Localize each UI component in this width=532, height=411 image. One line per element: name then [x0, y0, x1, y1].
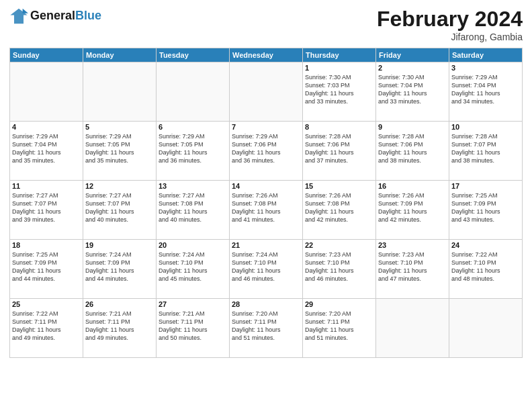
calendar-cell: 27Sunrise: 7:21 AM Sunset: 7:11 PM Dayli… [157, 299, 230, 358]
calendar-cell: 17Sunrise: 7:25 AM Sunset: 7:09 PM Dayli… [449, 181, 523, 240]
calendar-cell: 15Sunrise: 7:26 AM Sunset: 7:08 PM Dayli… [303, 181, 376, 240]
calendar-cell: 2Sunrise: 7:30 AM Sunset: 7:04 PM Daylig… [376, 62, 449, 122]
calendar-cell [230, 62, 303, 122]
calendar-cell: 24Sunrise: 7:22 AM Sunset: 7:10 PM Dayli… [449, 240, 523, 299]
day-number: 10 [451, 123, 520, 131]
calendar-header-row: SundayMondayTuesdayWednesdayThursdayFrid… [10, 48, 523, 62]
day-info: Sunrise: 7:29 AM Sunset: 7:04 PM Dayligh… [451, 73, 520, 106]
day-info: Sunrise: 7:24 AM Sunset: 7:10 PM Dayligh… [159, 250, 227, 283]
day-info: Sunrise: 7:21 AM Sunset: 7:11 PM Dayligh… [85, 310, 154, 342]
day-number: 1 [305, 64, 373, 72]
day-info: Sunrise: 7:21 AM Sunset: 7:11 PM Dayligh… [159, 310, 227, 342]
calendar-cell: 13Sunrise: 7:27 AM Sunset: 7:08 PM Dayli… [157, 181, 230, 240]
calendar-cell: 23Sunrise: 7:23 AM Sunset: 7:10 PM Dayli… [376, 240, 449, 299]
calendar-cell: 16Sunrise: 7:26 AM Sunset: 7:09 PM Dayli… [376, 181, 449, 240]
calendar-cell: 7Sunrise: 7:29 AM Sunset: 7:06 PM Daylig… [230, 122, 303, 181]
calendar-week-row: 11Sunrise: 7:27 AM Sunset: 7:07 PM Dayli… [10, 181, 523, 240]
calendar-week-row: 25Sunrise: 7:22 AM Sunset: 7:11 PM Dayli… [10, 299, 523, 358]
calendar-cell: 12Sunrise: 7:27 AM Sunset: 7:07 PM Dayli… [83, 181, 157, 240]
calendar-cell: 14Sunrise: 7:26 AM Sunset: 7:08 PM Dayli… [230, 181, 303, 240]
day-info: Sunrise: 7:29 AM Sunset: 7:04 PM Dayligh… [12, 132, 81, 165]
day-number: 27 [159, 300, 227, 308]
day-info: Sunrise: 7:30 AM Sunset: 7:03 PM Dayligh… [305, 73, 373, 106]
day-info: Sunrise: 7:30 AM Sunset: 7:04 PM Dayligh… [378, 73, 447, 106]
day-info: Sunrise: 7:29 AM Sunset: 7:05 PM Dayligh… [85, 132, 154, 165]
title-block: February 2024 Jifarong, Gambia [377, 7, 523, 42]
day-info: Sunrise: 7:28 AM Sunset: 7:06 PM Dayligh… [305, 132, 373, 165]
col-header-tuesday: Tuesday [157, 48, 230, 62]
calendar-cell: 19Sunrise: 7:24 AM Sunset: 7:09 PM Dayli… [83, 240, 157, 299]
day-number: 18 [12, 241, 81, 249]
col-header-monday: Monday [83, 48, 157, 62]
calendar-cell: 21Sunrise: 7:24 AM Sunset: 7:10 PM Dayli… [230, 240, 303, 299]
day-number: 22 [305, 241, 373, 249]
col-header-wednesday: Wednesday [230, 48, 303, 62]
calendar-cell: 28Sunrise: 7:20 AM Sunset: 7:11 PM Dayli… [230, 299, 303, 358]
day-info: Sunrise: 7:22 AM Sunset: 7:10 PM Dayligh… [451, 250, 520, 283]
calendar-cell: 22Sunrise: 7:23 AM Sunset: 7:10 PM Dayli… [303, 240, 376, 299]
col-header-friday: Friday [376, 48, 449, 62]
calendar-cell: 9Sunrise: 7:28 AM Sunset: 7:06 PM Daylig… [376, 122, 449, 181]
calendar-cell: 26Sunrise: 7:21 AM Sunset: 7:11 PM Dayli… [83, 299, 157, 358]
day-info: Sunrise: 7:29 AM Sunset: 7:06 PM Dayligh… [232, 132, 300, 165]
day-info: Sunrise: 7:22 AM Sunset: 7:11 PM Dayligh… [12, 310, 81, 342]
day-number: 2 [378, 64, 447, 72]
day-number: 5 [85, 123, 154, 131]
page: GeneralBlue February 2024 Jifarong, Gamb… [0, 0, 532, 411]
calendar-cell: 25Sunrise: 7:22 AM Sunset: 7:11 PM Dayli… [10, 299, 83, 358]
header: GeneralBlue February 2024 Jifarong, Gamb… [9, 7, 523, 42]
calendar-cell: 1Sunrise: 7:30 AM Sunset: 7:03 PM Daylig… [303, 62, 376, 122]
day-info: Sunrise: 7:20 AM Sunset: 7:11 PM Dayligh… [232, 310, 300, 342]
day-number: 19 [85, 241, 154, 249]
day-number: 4 [12, 123, 81, 131]
calendar-cell: 3Sunrise: 7:29 AM Sunset: 7:04 PM Daylig… [449, 62, 523, 122]
calendar-week-row: 4Sunrise: 7:29 AM Sunset: 7:04 PM Daylig… [10, 122, 523, 181]
day-info: Sunrise: 7:26 AM Sunset: 7:08 PM Dayligh… [305, 191, 373, 224]
col-header-sunday: Sunday [10, 48, 83, 62]
calendar-week-row: 18Sunrise: 7:25 AM Sunset: 7:09 PM Dayli… [10, 240, 523, 299]
calendar-table: SundayMondayTuesdayWednesdayThursdayFrid… [9, 48, 523, 358]
calendar-cell [10, 62, 83, 122]
day-number: 26 [85, 300, 154, 308]
day-info: Sunrise: 7:25 AM Sunset: 7:09 PM Dayligh… [451, 191, 520, 224]
day-number: 6 [159, 123, 227, 131]
calendar-week-row: 1Sunrise: 7:30 AM Sunset: 7:03 PM Daylig… [10, 62, 523, 122]
day-info: Sunrise: 7:20 AM Sunset: 7:11 PM Dayligh… [305, 310, 373, 342]
calendar-cell: 5Sunrise: 7:29 AM Sunset: 7:05 PM Daylig… [83, 122, 157, 181]
calendar-cell [376, 299, 449, 358]
day-info: Sunrise: 7:27 AM Sunset: 7:07 PM Dayligh… [85, 191, 154, 224]
day-info: Sunrise: 7:27 AM Sunset: 7:07 PM Dayligh… [12, 191, 81, 224]
day-number: 9 [378, 123, 447, 131]
logo-text: GeneralBlue [30, 9, 101, 23]
month-year: February 2024 [377, 7, 523, 32]
day-info: Sunrise: 7:29 AM Sunset: 7:05 PM Dayligh… [159, 132, 227, 165]
generalblue-logo-icon [9, 7, 28, 26]
day-number: 17 [451, 182, 520, 190]
calendar-cell: 18Sunrise: 7:25 AM Sunset: 7:09 PM Dayli… [10, 240, 83, 299]
day-number: 24 [451, 241, 520, 249]
calendar-cell: 29Sunrise: 7:20 AM Sunset: 7:11 PM Dayli… [303, 299, 376, 358]
col-header-saturday: Saturday [449, 48, 523, 62]
day-number: 3 [451, 64, 520, 72]
calendar-cell: 6Sunrise: 7:29 AM Sunset: 7:05 PM Daylig… [157, 122, 230, 181]
day-info: Sunrise: 7:28 AM Sunset: 7:06 PM Dayligh… [378, 132, 447, 165]
day-info: Sunrise: 7:27 AM Sunset: 7:08 PM Dayligh… [159, 191, 227, 224]
calendar-cell: 20Sunrise: 7:24 AM Sunset: 7:10 PM Dayli… [157, 240, 230, 299]
day-number: 16 [378, 182, 447, 190]
day-number: 23 [378, 241, 447, 249]
calendar-cell: 8Sunrise: 7:28 AM Sunset: 7:06 PM Daylig… [303, 122, 376, 181]
day-info: Sunrise: 7:24 AM Sunset: 7:10 PM Dayligh… [232, 250, 300, 283]
day-number: 15 [305, 182, 373, 190]
location: Jifarong, Gambia [377, 32, 523, 42]
logo: GeneralBlue [9, 7, 101, 26]
day-number: 8 [305, 123, 373, 131]
day-number: 11 [12, 182, 81, 190]
day-number: 14 [232, 182, 300, 190]
calendar-cell [157, 62, 230, 122]
day-number: 7 [232, 123, 300, 131]
day-number: 13 [159, 182, 227, 190]
day-info: Sunrise: 7:26 AM Sunset: 7:08 PM Dayligh… [232, 191, 300, 224]
col-header-thursday: Thursday [303, 48, 376, 62]
calendar-cell [83, 62, 157, 122]
calendar-cell: 11Sunrise: 7:27 AM Sunset: 7:07 PM Dayli… [10, 181, 83, 240]
